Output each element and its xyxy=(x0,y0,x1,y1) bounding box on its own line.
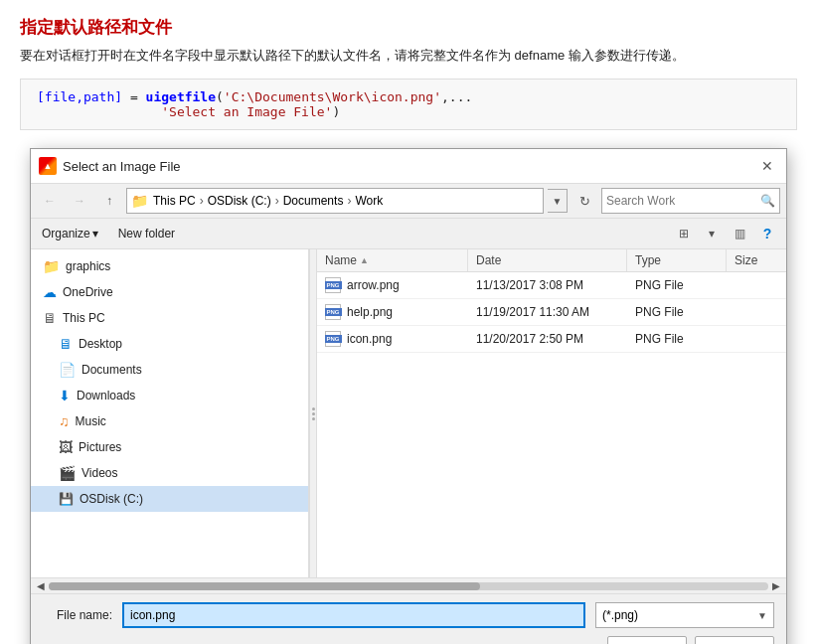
file-type-cell: PNG File xyxy=(627,326,727,352)
code-str2: 'Select an Image File' xyxy=(161,104,332,119)
sidebar-item-downloads[interactable]: ⬇ Downloads xyxy=(31,383,308,408)
forward-button[interactable]: → xyxy=(67,189,92,213)
file-dialog: ▲ Select an Image File ✕ ← → ↑ 📁 This PC… xyxy=(30,148,787,644)
horizontal-scrollbar[interactable]: ◀ ▶ xyxy=(31,577,786,593)
code-str1: 'C:\Documents\Work\icon.png' xyxy=(224,89,441,104)
dialog-filelist: Name ▲ Date Type Size xyxy=(317,249,786,577)
refresh-button[interactable]: ↻ xyxy=(572,188,597,214)
dialog-main: 📁 graphics ☁ OneDrive 🖥 This PC 🖥 Deskto… xyxy=(31,249,786,577)
organize-button[interactable]: Organize ▾ xyxy=(37,224,103,243)
filename-input[interactable] xyxy=(122,602,585,628)
col-header-type[interactable]: Type xyxy=(627,249,727,271)
music-icon: ♫ xyxy=(59,413,70,429)
col-header-date[interactable]: Date xyxy=(468,249,627,271)
sidebar-item-graphics[interactable]: 📁 graphics xyxy=(31,253,308,279)
breadcrumb-sep1: › xyxy=(198,194,206,208)
onedrive-icon: ☁ xyxy=(43,284,57,300)
file-size-cell xyxy=(727,272,786,298)
breadcrumb-dropdown-button[interactable]: ▼ xyxy=(548,189,568,213)
table-row[interactable]: PNG icon.png 11/20/2017 2:50 PM PNG File xyxy=(317,326,786,353)
help-button[interactable]: ? xyxy=(754,222,780,245)
filename-row: File name: (*.png) ▼ xyxy=(43,602,774,628)
filelist-header: Name ▲ Date Type Size xyxy=(317,249,786,272)
videos-icon: 🎬 xyxy=(59,465,76,481)
sidebar-label-graphics: graphics xyxy=(66,259,110,273)
hscroll-track[interactable] xyxy=(49,582,768,590)
view-grid-arrow-button[interactable]: ▾ xyxy=(699,222,725,245)
dialog-sidebar: 📁 graphics ☁ OneDrive 🖥 This PC 🖥 Deskto… xyxy=(31,249,309,577)
sidebar-item-desktop[interactable]: 🖥 Desktop xyxy=(31,331,308,357)
file-name: arrow.png xyxy=(347,278,400,292)
matlab-icon: ▲ xyxy=(39,157,57,175)
search-input[interactable] xyxy=(606,194,756,208)
code-var: [file,path] xyxy=(37,89,122,104)
col-header-size[interactable]: Size xyxy=(727,249,786,271)
open-button[interactable]: Open xyxy=(607,636,687,644)
docs-icon: 📄 xyxy=(59,362,76,378)
sidebar-item-music[interactable]: ♫ Music xyxy=(31,408,308,434)
pc-icon: 🖥 xyxy=(43,310,57,326)
organize-label: Organize xyxy=(42,227,90,241)
filename-label: File name: xyxy=(43,608,112,622)
col-date-label: Date xyxy=(476,253,501,267)
sidebar-item-thispc[interactable]: 🖥 This PC xyxy=(31,305,308,331)
drive-icon: 💾 xyxy=(59,492,74,506)
table-row[interactable]: PNG help.png 11/19/2017 11:30 AM PNG Fil… xyxy=(317,299,786,326)
up-button[interactable]: ↑ xyxy=(96,189,122,213)
view-grid-button[interactable]: ⊞ xyxy=(671,222,697,245)
filetype-dropdown[interactable]: (*.png) ▼ xyxy=(595,602,774,628)
sidebar-label-music: Music xyxy=(76,414,106,428)
dialog-nav: ← → ↑ 📁 This PC › OSDisk (C:) › Document… xyxy=(31,184,786,219)
file-date-cell: 11/19/2017 11:30 AM xyxy=(468,299,627,325)
code-paren-open: ( xyxy=(216,89,224,104)
dialog-toolbar2: Organize ▾ New folder ⊞ ▾ ▥ ? xyxy=(31,219,786,249)
col-type-label: Type xyxy=(635,253,661,267)
filetype-dropdown-arrow-icon: ▼ xyxy=(757,610,767,621)
sidebar-label-downloads: Downloads xyxy=(77,389,135,402)
sidebar-item-documents[interactable]: 📄 Documents xyxy=(31,357,308,383)
file-name: help.png xyxy=(347,305,393,319)
page-title: 指定默认路径和文件 xyxy=(20,16,797,39)
hscroll-left-arrow[interactable]: ◀ xyxy=(35,580,47,591)
code-paren-close: ) xyxy=(332,104,340,119)
file-type-cell: PNG File xyxy=(627,272,727,298)
sidebar-label-pictures: Pictures xyxy=(79,440,121,454)
breadcrumb-folder-icon: 📁 xyxy=(131,193,148,209)
hscroll-thumb[interactable] xyxy=(49,582,480,590)
search-box: 🔍 xyxy=(601,188,780,214)
resize-handle[interactable] xyxy=(309,249,317,577)
file-name-cell: PNG icon.png xyxy=(317,326,468,352)
file-size-cell xyxy=(727,299,786,325)
back-button[interactable]: ← xyxy=(37,189,63,213)
breadcrumb-documents[interactable]: Documents xyxy=(283,194,344,208)
sidebar-label-documents: Documents xyxy=(82,363,142,377)
dialog-actions: Open Cancel xyxy=(43,636,774,644)
col-name-label: Name xyxy=(325,253,357,267)
filelist-body: PNG arrow.png 11/13/2017 3:08 PM PNG Fil… xyxy=(317,272,786,353)
dialog-titlebar: ▲ Select an Image File ✕ xyxy=(31,149,786,184)
sidebar-label-thispc: This PC xyxy=(63,311,105,325)
file-date-cell: 11/20/2017 2:50 PM xyxy=(468,326,627,352)
cancel-button[interactable]: Cancel xyxy=(695,636,774,644)
table-row[interactable]: PNG arrow.png 11/13/2017 3:08 PM PNG Fil… xyxy=(317,272,786,299)
col-header-name[interactable]: Name ▲ xyxy=(317,249,468,271)
sidebar-item-osdisk[interactable]: 💾 OSDisk (C:) xyxy=(31,486,308,512)
toolbar2-right: ⊞ ▾ ▥ ? xyxy=(671,222,780,245)
png-file-icon: PNG xyxy=(325,304,341,320)
sidebar-item-onedrive[interactable]: ☁ OneDrive xyxy=(31,279,308,305)
dialog-close-button[interactable]: ✕ xyxy=(756,155,778,177)
breadcrumb-thispc[interactable]: This PC xyxy=(153,194,196,208)
downloads-icon: ⬇ xyxy=(59,388,71,403)
file-name: icon.png xyxy=(347,332,392,346)
dialog-title-left: ▲ Select an Image File xyxy=(39,157,181,175)
new-folder-button[interactable]: New folder xyxy=(111,224,182,243)
file-date-cell: 11/13/2017 3:08 PM xyxy=(468,272,627,298)
sidebar-item-videos[interactable]: 🎬 Videos xyxy=(31,460,308,486)
file-name-cell: PNG arrow.png xyxy=(317,272,468,298)
breadcrumb-work[interactable]: Work xyxy=(355,194,383,208)
file-name-cell: PNG help.png xyxy=(317,299,468,325)
sidebar-item-pictures[interactable]: 🖼 Pictures xyxy=(31,434,308,460)
hscroll-right-arrow[interactable]: ▶ xyxy=(770,580,782,591)
breadcrumb-osdisk[interactable]: OSDisk (C:) xyxy=(208,194,271,208)
preview-pane-button[interactable]: ▥ xyxy=(727,222,752,245)
